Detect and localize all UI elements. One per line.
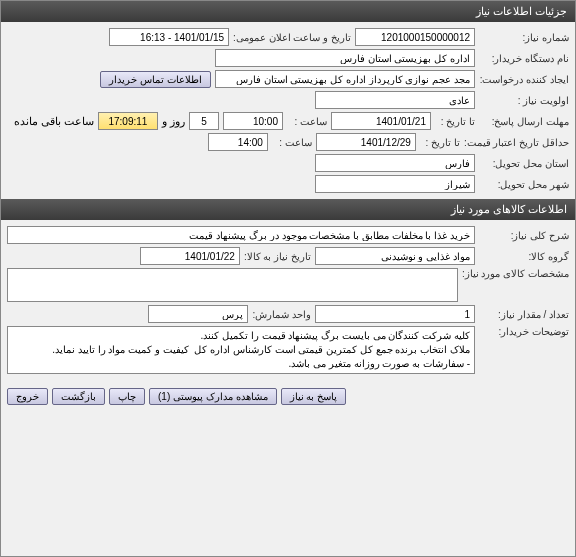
creator-label: ایجاد کننده درخواست: [479, 74, 569, 85]
deadline-reply-label: مهلت ارسال پاسخ: [479, 116, 569, 127]
group-label: گروه کالا: [479, 251, 569, 262]
need-date-label: تاریخ نیاز به کالا: [244, 251, 311, 262]
priority-field[interactable] [315, 91, 475, 109]
to-date-label-1: تا تاریخ : [435, 116, 475, 127]
window-title: جزئیات اطلاعات نیاز [1, 1, 575, 22]
qty-label: تعداد / مقدار نیاز: [479, 309, 569, 320]
number-label: شماره نیاز: [479, 32, 569, 43]
attachments-button[interactable]: مشاهده مدارک پیوستی (1) [149, 388, 277, 405]
group-field[interactable] [315, 247, 475, 265]
price-validity-date-field[interactable] [316, 133, 416, 151]
desc-field[interactable] [7, 226, 475, 244]
price-validity-label: حداقل تاریخ اعتبار قیمت: [464, 137, 569, 148]
back-button[interactable]: بازگشت [52, 388, 105, 405]
city-label: شهر محل تحویل: [479, 179, 569, 190]
buyer-field[interactable] [215, 49, 475, 67]
need-date-field[interactable] [140, 247, 240, 265]
time-label-2: ساعت : [272, 137, 312, 148]
number-field[interactable] [355, 28, 475, 46]
province-field[interactable] [315, 154, 475, 172]
buyer-label: نام دستگاه خریدار: [479, 53, 569, 64]
days-remaining-field [189, 112, 219, 130]
unit-label: واحد شمارش: [252, 309, 311, 320]
announce-label: تاریخ و ساعت اعلان عمومی: [233, 32, 351, 43]
creator-field[interactable] [215, 70, 475, 88]
announce-field[interactable] [109, 28, 229, 46]
spec-field[interactable] [7, 268, 458, 302]
city-field[interactable] [315, 175, 475, 193]
price-validity-time-field[interactable] [208, 133, 268, 151]
days-and-label: روز و [162, 115, 185, 128]
deadline-time-field[interactable] [223, 112, 283, 130]
time-remaining-field [98, 112, 158, 130]
qty-field[interactable] [315, 305, 475, 323]
contact-buyer-button[interactable]: اطلاعات تماس خریدار [100, 71, 211, 88]
spec-label: مشخصات کالای مورد نیاز: [462, 268, 569, 279]
print-button[interactable]: چاپ [109, 388, 145, 405]
reply-button[interactable]: پاسخ به نیاز [281, 388, 347, 405]
buyer-notes-label: توضیحات خریدار: [479, 326, 569, 337]
deadline-date-field[interactable] [331, 112, 431, 130]
buyer-notes-field[interactable] [7, 326, 475, 374]
to-date-label-2: تا تاریخ : [420, 137, 460, 148]
province-label: استان محل تحویل: [479, 158, 569, 169]
time-label-1: ساعت : [287, 116, 327, 127]
goods-section-header: اطلاعات کالاهای مورد نیاز [1, 199, 575, 220]
remaining-suffix-label: ساعت باقی مانده [14, 115, 94, 128]
desc-label: شرح کلی نیاز: [479, 230, 569, 241]
exit-button[interactable]: خروج [7, 388, 48, 405]
unit-field[interactable] [148, 305, 248, 323]
priority-label: اولویت نیاز : [479, 95, 569, 106]
